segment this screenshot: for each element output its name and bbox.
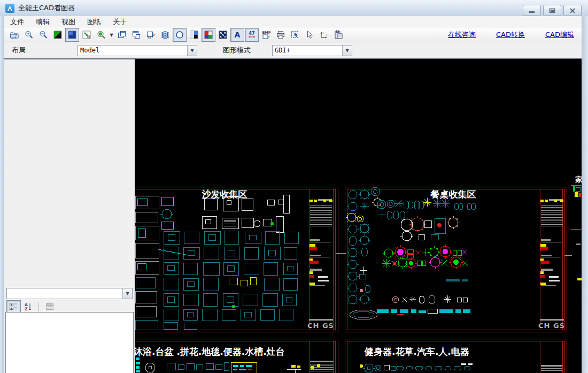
toolbar-links: 在线咨询CAD转换CAD编辑	[448, 30, 574, 40]
toolbar-link-2[interactable]: CAD编辑	[545, 30, 574, 40]
properties-toolbar: AZ	[6, 300, 57, 313]
rotate-view-icon-button[interactable]: 35°	[144, 28, 158, 42]
menu-item-4[interactable]: 关于	[107, 16, 133, 28]
print-icon-button[interactable]	[274, 28, 288, 42]
open-icon-button[interactable]	[7, 28, 21, 42]
title-block-stamp: CH GS	[538, 322, 565, 330]
graphics-mode-label: 图形模式	[223, 45, 251, 55]
zoom-extents-icon-button[interactable]	[216, 28, 230, 42]
cad-frame-title-0: 沙发收集区	[202, 189, 247, 200]
window-new-icon-button[interactable]	[129, 28, 143, 42]
sort-alphabetical-button[interactable]: AZ	[21, 300, 35, 313]
zoom-in-icon-button[interactable]	[22, 28, 36, 42]
color-mode-icon-button[interactable]	[202, 28, 215, 42]
zoom-tool-icon-button[interactable]	[94, 28, 108, 42]
chevron-down-icon[interactable]: ▼	[122, 288, 132, 299]
svg-text:A: A	[235, 31, 241, 39]
cad-frame-title-3: 健身器.花草.汽车.人.电器	[364, 346, 469, 357]
toolbar-separator	[38, 302, 39, 311]
cad-frame-title-1: 餐桌收集区	[430, 189, 476, 200]
properties-sidebar: ▼ AZ	[4, 59, 135, 373]
layout-label: 布局	[12, 45, 26, 55]
categorized-view-button[interactable]	[6, 300, 21, 313]
app-icon	[5, 4, 14, 13]
cad-drawing: CH GSCH GS沙发收集区餐桌收集区沐浴.台盆 .拼花.地毯.便器.水槽.灶…	[135, 59, 582, 373]
svg-text:47: 47	[249, 31, 254, 36]
select-window-icon-button[interactable]	[288, 28, 302, 42]
zoom-window-icon-button[interactable]	[80, 28, 94, 42]
cad-side-frame-label: 家	[575, 175, 582, 184]
flyout-caret-icon[interactable]: ▼	[109, 28, 114, 41]
chevron-down-icon[interactable]: ▼	[342, 45, 352, 56]
background-toggle-icon-button[interactable]	[51, 28, 65, 42]
shade-mode-icon-button[interactable]	[65, 28, 79, 42]
property-pages-button[interactable]	[42, 300, 57, 313]
window-cascade-icon-button[interactable]	[115, 28, 129, 42]
menu-item-0[interactable]: 文件	[4, 16, 30, 28]
zoom-out-icon-button[interactable]	[36, 28, 50, 42]
ucs-axis-icon-button[interactable]: xy	[317, 28, 331, 42]
orbit-icon-button[interactable]	[173, 28, 187, 42]
svg-text:BMP: BMP	[262, 31, 270, 35]
layout-combobox[interactable]: Model ▼	[78, 45, 197, 56]
object-filter-combobox[interactable]: ▼	[6, 288, 133, 299]
toolbar-icons: ▼35°A47BMPxy	[7, 28, 346, 42]
display-half-icon-button[interactable]	[187, 28, 201, 42]
minimize-button[interactable]	[523, 5, 541, 16]
menu-bar: 文件编辑视图图纸关于	[4, 16, 582, 28]
svg-text:x: x	[326, 33, 328, 36]
title-bar: 全能王CAD看图器	[0, 0, 588, 17]
svg-text:y: y	[322, 31, 324, 35]
menu-item-1[interactable]: 编辑	[30, 16, 56, 28]
paste-icon-button[interactable]	[331, 28, 345, 42]
cad-canvas[interactable]: CH GSCH GS沙发收集区餐桌收集区沐浴.台盆 .拼花.地毯.便器.水槽.灶…	[135, 59, 582, 373]
toolbar-link-0[interactable]: 在线咨询	[448, 30, 476, 40]
select-icon-button[interactable]	[303, 28, 316, 42]
close-button[interactable]	[563, 5, 582, 16]
object-filter-value	[7, 288, 122, 299]
cad-frame-title-2: 沐浴.台盆 .拼花.地毯.便器.水槽.灶台	[135, 346, 285, 357]
svg-text:35°: 35°	[148, 36, 153, 40]
text-toggle-icon-button[interactable]: A	[230, 28, 244, 42]
property-list[interactable]	[5, 312, 134, 373]
maximize-button[interactable]	[543, 5, 561, 16]
chevron-down-icon[interactable]: ▼	[187, 45, 197, 56]
layers-icon-button[interactable]	[158, 28, 172, 42]
menu-item-2[interactable]: 视图	[56, 16, 81, 28]
svg-text:Z: Z	[25, 307, 28, 311]
title-block-stamp: CH GS	[307, 322, 334, 330]
window-title: 全能王CAD看图器	[18, 3, 75, 13]
window-border-right	[582, 16, 588, 373]
export-bmp-icon-button[interactable]: BMP	[259, 28, 273, 42]
graphics-mode-combobox-value: GDI+	[273, 45, 342, 56]
window-border-left	[0, 16, 4, 373]
main-toolbar: ▼35°A47BMPxy 在线咨询CAD转换CAD编辑	[4, 28, 582, 42]
menu-item-3[interactable]: 图纸	[81, 16, 107, 28]
dimension-toggle-icon-button[interactable]: 47	[245, 28, 259, 42]
layout-combobox-value: Model	[78, 45, 187, 56]
graphics-mode-combobox[interactable]: GDI+ ▼	[272, 45, 352, 56]
layout-bar: 布局 Model ▼ 图形模式 GDI+ ▼	[4, 42, 582, 59]
toolbar-link-1[interactable]: CAD转换	[496, 30, 525, 40]
